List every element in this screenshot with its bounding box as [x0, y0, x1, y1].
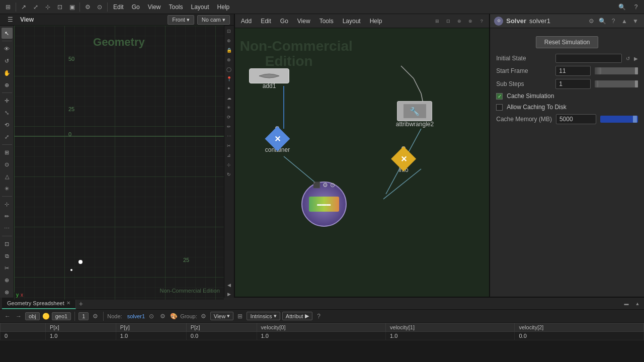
- ne-tools[interactable]: Tools: [316, 17, 337, 26]
- attribwrangle-node[interactable]: 🔧: [397, 101, 432, 121]
- initial-state-arrow1[interactable]: ↺: [626, 56, 630, 61]
- front-view-dropdown[interactable]: Front ▾: [168, 15, 194, 25]
- search-icon[interactable]: 🔍: [616, 2, 627, 13]
- ne-icon1[interactable]: ⊞: [433, 17, 442, 26]
- col-py[interactable]: P[y]: [116, 323, 186, 332]
- tab-close-icon[interactable]: ✕: [66, 300, 70, 306]
- delete-tool[interactable]: ✂: [2, 262, 13, 274]
- props-search-icon[interactable]: 🔍: [598, 18, 607, 25]
- ne-layout[interactable]: Layout: [340, 17, 364, 26]
- spreadsheet[interactable]: P[x] P[y] P[z] velocity[0] velocity[1] v…: [0, 323, 644, 362]
- bottom-tool2[interactable]: ⊗: [2, 287, 13, 298]
- col-vel0[interactable]: velocity[0]: [257, 323, 385, 332]
- vp-r6[interactable]: 📍: [224, 74, 233, 83]
- col-vel1[interactable]: velocity[1]: [386, 323, 515, 332]
- particle-tool[interactable]: ✳: [2, 183, 13, 194]
- geo-tool[interactable]: △: [2, 171, 13, 182]
- zoom-tool[interactable]: ⊕: [2, 79, 13, 90]
- menu-go[interactable]: Go: [128, 3, 144, 12]
- pan-tool[interactable]: ✋: [2, 67, 13, 78]
- props-close-icon[interactable]: ▼: [631, 18, 640, 25]
- rotate-tool[interactable]: ↺: [2, 55, 13, 66]
- node-settings-icon[interactable]: ⚙: [158, 313, 167, 320]
- menu-view[interactable]: View: [144, 3, 165, 12]
- ne-view[interactable]: View: [294, 17, 313, 26]
- menu-tools[interactable]: Tools: [165, 3, 187, 12]
- vp-r13[interactable]: ✂: [224, 141, 233, 150]
- vp-r15[interactable]: ⊹: [224, 160, 233, 169]
- tool1-icon[interactable]: ↗: [18, 2, 29, 13]
- vp-r9[interactable]: ✳: [224, 103, 233, 112]
- forward-nav-icon[interactable]: →: [14, 313, 23, 320]
- props-arrow-up-icon[interactable]: ▲: [620, 18, 629, 25]
- sim-icon[interactable]: ⚙: [82, 2, 93, 13]
- view-tool[interactable]: 👁: [2, 43, 13, 54]
- node-type-icon[interactable]: ⊙: [147, 313, 156, 320]
- vp-r7[interactable]: ✦: [224, 84, 233, 93]
- initial-state-arrow2[interactable]: ▶: [634, 56, 638, 61]
- viewport-settings-icon[interactable]: ☰: [5, 14, 16, 25]
- cache-memory-input[interactable]: [556, 114, 596, 124]
- add1-node[interactable]: [249, 68, 289, 83]
- nav-geo1[interactable]: geo1: [52, 312, 71, 320]
- rotate3d-tool[interactable]: ⟲: [2, 119, 13, 130]
- scale-tool[interactable]: ⤢: [2, 131, 13, 142]
- vp-collapse[interactable]: ◀: [224, 281, 233, 290]
- vp-r14[interactable]: ⊿: [224, 151, 233, 160]
- vp-r1[interactable]: ⊡: [224, 27, 233, 36]
- null-info-node[interactable]: ✕: [391, 146, 416, 171]
- reset-simulation-button[interactable]: Reset Simulation: [536, 36, 599, 48]
- allow-cache-disk-checkbox[interactable]: [496, 104, 503, 111]
- nav-obj[interactable]: obj: [25, 312, 40, 320]
- render-icon[interactable]: ⊙: [94, 2, 105, 13]
- tool4-icon[interactable]: ⊡: [54, 2, 65, 13]
- start-frame-input[interactable]: [555, 66, 591, 76]
- tool3-icon[interactable]: ⊹: [42, 2, 53, 13]
- ne-icon5[interactable]: ?: [477, 17, 486, 26]
- tool2-icon[interactable]: ⤢: [30, 2, 41, 13]
- ne-icon3[interactable]: ⊕: [455, 17, 464, 26]
- ne-go[interactable]: Go: [277, 17, 291, 26]
- vp-r5[interactable]: ◯: [224, 65, 233, 74]
- bottom-tool1[interactable]: ⊕: [2, 275, 13, 286]
- page-num-btn[interactable]: 1: [78, 312, 89, 320]
- panel-collapse-icon[interactable]: ▬: [622, 299, 631, 308]
- col-vel2[interactable]: velocity[2]: [515, 323, 644, 332]
- tool5-icon[interactable]: ▣: [66, 2, 77, 13]
- handle-tool[interactable]: ⊡: [2, 238, 13, 249]
- cache-memory-slider[interactable]: [600, 116, 638, 123]
- intrinsics-dropdown[interactable]: Intrinsics ▾: [247, 312, 280, 320]
- snap-tool[interactable]: ⊹: [2, 199, 13, 210]
- cache-sim-checkbox[interactable]: ✓: [496, 93, 503, 100]
- node-tool[interactable]: ⊙: [2, 159, 13, 170]
- start-frame-slider[interactable]: [595, 67, 638, 74]
- ne-add[interactable]: Add: [238, 17, 255, 26]
- sub-steps-input[interactable]: [555, 79, 591, 89]
- help-bottom-icon[interactable]: ?: [314, 313, 324, 320]
- view-dropdown[interactable]: View ▾: [210, 312, 234, 320]
- ne-help[interactable]: Help: [367, 17, 385, 26]
- vp-r2[interactable]: ⊕: [224, 36, 233, 45]
- attrib-dropdown[interactable]: Attribut ▶: [282, 312, 312, 320]
- object-dot[interactable]: [78, 260, 83, 264]
- ne-icon2[interactable]: ⊡: [444, 17, 453, 26]
- vp-r10[interactable]: ⟳: [224, 113, 233, 122]
- ne-icon4[interactable]: ⊗: [466, 17, 475, 26]
- tab-add-button[interactable]: +: [76, 300, 86, 308]
- ne-edit[interactable]: Edit: [258, 17, 274, 26]
- menu-edit[interactable]: Edit: [109, 3, 128, 12]
- vp-r4[interactable]: ⊗: [224, 55, 233, 64]
- camera-dropdown[interactable]: No cam ▾: [197, 15, 230, 25]
- menu-help[interactable]: Help: [213, 3, 234, 12]
- col-pz[interactable]: P[z]: [186, 323, 257, 332]
- help-icon[interactable]: ?: [630, 2, 641, 13]
- back-nav-icon[interactable]: ←: [3, 313, 12, 320]
- brush-tool[interactable]: ✏: [2, 211, 13, 222]
- settings-icon[interactable]: ⚙: [91, 313, 100, 320]
- col-px[interactable]: P[x]: [45, 323, 116, 332]
- menu-layout[interactable]: Layout: [187, 3, 213, 12]
- props-settings-icon[interactable]: ⚙: [587, 18, 596, 25]
- select-tool[interactable]: ↖: [2, 28, 13, 39]
- sub-steps-slider[interactable]: [595, 80, 638, 87]
- view-settings-icon[interactable]: ⊞: [235, 313, 245, 320]
